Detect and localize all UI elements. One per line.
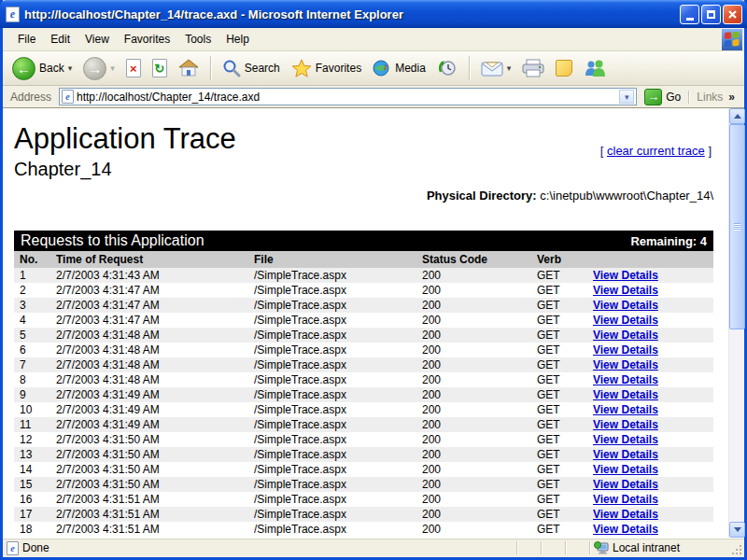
close-button[interactable] (723, 5, 742, 24)
clear-current-trace-link[interactable]: clear current trace (607, 144, 705, 158)
view-details-link[interactable]: View Details (593, 433, 658, 446)
browser-window: e http://localhost/Chapter_14/trace.axd … (0, 0, 747, 560)
windows-logo-icon (722, 29, 742, 50)
url-text[interactable]: http://localhost/Chapter_14/trace.axd (77, 91, 616, 104)
cell-file: /SimpleTrace.aspx (254, 329, 422, 342)
refresh-icon: ↻ (152, 59, 167, 77)
vertical-scrollbar[interactable] (728, 108, 744, 538)
history-icon (437, 58, 458, 78)
cell-time: 2/7/2003 4:31:47 AM (56, 299, 254, 312)
view-details-link[interactable]: View Details (593, 463, 658, 476)
go-label: Go (666, 91, 681, 104)
address-dropdown-icon[interactable]: ▾ (619, 90, 634, 104)
cell-file: /SimpleTrace.aspx (254, 433, 422, 446)
minimize-button[interactable] (680, 5, 699, 24)
address-field[interactable]: e http://localhost/Chapter_14/trace.axd … (59, 88, 637, 105)
scroll-down-button[interactable] (729, 522, 745, 538)
view-details-link[interactable]: View Details (593, 284, 658, 297)
cell-no: 7 (14, 358, 56, 371)
media-button[interactable]: ♪ Media (369, 57, 430, 79)
cell-verb: GET (537, 388, 593, 401)
back-label: Back (39, 62, 64, 75)
cell-time: 2/7/2003 4:31:50 AM (56, 463, 254, 476)
window-controls (680, 5, 742, 24)
table-row: 17 2/7/2003 4:31:51 AM /SimpleTrace.aspx… (14, 507, 713, 522)
menu-favorites[interactable]: Favorites (117, 30, 177, 49)
view-details-link[interactable]: View Details (593, 299, 658, 312)
forward-button[interactable]: → ▾ (79, 55, 119, 82)
back-button[interactable]: ← Back ▾ (8, 55, 76, 82)
view-details-link[interactable]: View Details (593, 448, 658, 461)
messenger-button[interactable] (580, 57, 610, 79)
menu-file[interactable]: File (10, 30, 43, 49)
cell-status: 200 (422, 403, 537, 416)
physical-directory-value: c:\inetpub\wwwroot\Chapter_14\ (537, 189, 713, 203)
scrollbar-thumb[interactable] (729, 124, 745, 329)
cell-file: /SimpleTrace.aspx (254, 463, 422, 476)
view-details-link[interactable]: View Details (593, 508, 658, 521)
cell-file: /SimpleTrace.aspx (254, 269, 422, 282)
print-icon (522, 59, 544, 77)
close-icon (727, 9, 738, 20)
cell-file: /SimpleTrace.aspx (254, 448, 422, 461)
cell-status: 200 (422, 269, 537, 282)
cell-time: 2/7/2003 4:31:51 AM (56, 493, 254, 506)
scroll-up-button[interactable] (729, 108, 745, 124)
chevron-down-icon (734, 527, 741, 532)
bracket-right: ] (705, 144, 712, 158)
cell-file: /SimpleTrace.aspx (254, 418, 422, 431)
menu-bar: File Edit View Favorites Tools Help (3, 28, 744, 51)
history-button[interactable] (433, 56, 461, 80)
cell-no: 10 (14, 403, 56, 416)
menu-tools[interactable]: Tools (177, 30, 218, 49)
print-button[interactable] (518, 57, 548, 79)
cell-no: 11 (14, 418, 56, 431)
mail-button[interactable]: ▾ (477, 58, 515, 78)
mail-dropdown-icon[interactable]: ▾ (507, 63, 512, 73)
cell-status: 200 (422, 478, 537, 491)
table-row: 16 2/7/2003 4:31:51 AM /SimpleTrace.aspx… (14, 492, 713, 507)
view-details-link[interactable]: View Details (593, 523, 658, 536)
home-button[interactable] (175, 57, 203, 79)
section-title: Requests to this Application (21, 232, 204, 249)
links-toolbar[interactable]: Links » (688, 91, 740, 104)
view-details-link[interactable]: View Details (593, 343, 658, 357)
cell-verb: GET (537, 508, 593, 521)
favorites-button[interactable]: Favorites (288, 57, 365, 79)
go-button[interactable]: → Go (641, 89, 684, 105)
cell-status: 200 (422, 329, 537, 342)
back-dropdown-icon[interactable]: ▾ (68, 63, 73, 73)
view-details-link[interactable]: View Details (593, 358, 658, 371)
view-details-link[interactable]: View Details (593, 329, 658, 342)
window-title: http://localhost/Chapter_14/trace.axd - … (24, 7, 680, 21)
view-details-link[interactable]: View Details (593, 418, 658, 431)
view-details-link[interactable]: View Details (593, 403, 658, 416)
chevron-up-icon (734, 114, 741, 119)
table-row: 3 2/7/2003 4:31:47 AM /SimpleTrace.aspx … (14, 298, 713, 313)
cell-time: 2/7/2003 4:31:48 AM (56, 358, 254, 371)
menu-help[interactable]: Help (218, 30, 257, 49)
view-details-link[interactable]: View Details (593, 373, 658, 386)
maximize-button[interactable] (701, 5, 721, 24)
search-button[interactable]: Search (218, 57, 284, 79)
discuss-button[interactable] (552, 58, 576, 78)
table-row: 6 2/7/2003 4:31:48 AM /SimpleTrace.aspx … (14, 343, 713, 357)
header-verb: Verb (537, 253, 593, 266)
cell-no: 1 (14, 269, 56, 282)
status-message-panel: e Done (3, 539, 516, 557)
view-details-link[interactable]: View Details (593, 478, 658, 491)
refresh-button[interactable]: ↻ (148, 57, 171, 79)
view-details-link[interactable]: View Details (593, 269, 658, 282)
stop-button[interactable]: × (122, 57, 145, 79)
go-arrow-icon: → (644, 89, 662, 105)
view-details-link[interactable]: View Details (593, 493, 658, 506)
menu-edit[interactable]: Edit (43, 30, 78, 49)
links-chevron-icon[interactable]: » (728, 91, 735, 104)
title-bar[interactable]: e http://localhost/Chapter_14/trace.axd … (0, 0, 747, 28)
resize-grip[interactable] (730, 539, 744, 557)
cell-file: /SimpleTrace.aspx (254, 388, 422, 401)
menu-view[interactable]: View (78, 30, 117, 49)
view-details-link[interactable]: View Details (593, 388, 658, 401)
table-row: 13 2/7/2003 4:31:50 AM /SimpleTrace.aspx… (14, 447, 713, 462)
view-details-link[interactable]: View Details (593, 314, 658, 327)
